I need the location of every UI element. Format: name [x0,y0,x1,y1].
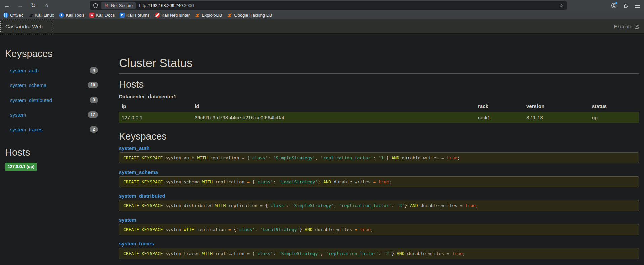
keyspace-section-system: system CREATE KEYSPACE system WITH repli… [119,217,639,235]
url-bar[interactable]: Not Secure http://192.168.209.240:3000 ☆ [90,1,567,10]
keyspace-link[interactable]: system_schema [119,169,158,175]
bookmark-exploit-db[interactable]: Exploit-DB [195,13,222,18]
bookmark-kali-forums[interactable]: ◤ Kali Forums [120,13,149,18]
keyspace-section-system-auth: system_auth CREATE KEYSPACE system_auth … [119,145,639,163]
site-security-chip[interactable]: Not Secure [101,2,136,9]
cell-ip: 127.0.0.1 [119,112,192,123]
reload-icon[interactable]: ↻ [30,2,36,9]
table-count-badge: 3 [90,97,98,103]
cell-rack: rack1 [475,112,524,123]
bookmark-kali-tools[interactable]: Kali Tools [59,13,84,18]
cell-id: 39c6f1e3-d798-44ce-b216-ce0f664fc0af [192,112,475,123]
cql-code-block: CREATE KEYSPACE system WITH replication … [119,224,639,235]
sidebar-keyspaces-title: Keyspaces [5,48,98,60]
sidebar-item-system-distributed: system_distributed 3 [5,92,98,107]
col-ip: ip [119,101,192,112]
sidebar-item-system-traces: system_traces 2 [5,122,98,137]
hosts-heading: Hosts [119,79,639,90]
keyspace-link[interactable]: system_distributed [119,193,165,199]
keyspace-section-system-schema: system_schema CREATE KEYSPACE system_sch… [119,169,639,187]
col-version: version [524,101,589,112]
tracking-shield-icon[interactable] [93,3,98,8]
home-icon[interactable]: ⌂ [43,2,49,9]
datacenter-label: Datacenter: datacenter1 [119,93,639,99]
kali-tools-favicon [59,13,64,18]
security-chip-label: Not Secure [111,3,133,8]
url-text: http://192.168.209.240:3000 [139,3,194,8]
exploit-db-favicon [195,13,200,18]
sidebar: Keyspaces system_auth 4 system_schema 10… [0,34,113,265]
offsec-favicon [3,13,8,18]
account-notification-dot [615,2,617,4]
bookmark-kali-nethunter[interactable]: Kali NetHunter [155,13,190,18]
hosts-table-header: ip id rack version status [119,101,639,112]
bookmarks-bar: OffSec Kali Linux Kali Tools w Kali Docs… [0,11,644,19]
keyspace-link[interactable]: system [10,112,26,118]
hamburger-menu-icon[interactable] [635,4,640,8]
account-icon[interactable] [611,3,617,8]
app-navbar: Cassandra Web Execute [0,19,644,34]
cell-status: up [589,112,639,123]
keyspace-link[interactable]: system [119,217,136,223]
table-count-badge: 17 [88,111,98,118]
keyspace-link[interactable]: system_auth [119,145,150,151]
browser-action-icons [611,0,640,11]
sidebar-keyspaces-list: system_auth 4 system_schema 10 system_di… [5,63,98,137]
cell-version: 3.11.13 [524,112,589,123]
page-title: Cluster Status [119,56,639,69]
keyspaces-heading: Keyspaces [119,131,639,142]
keyspace-section-system-distributed: system_distributed CREATE KEYSPACE syste… [119,193,639,211]
browser-nav-buttons: ← → ↻ ⌂ [4,0,49,11]
insecure-lock-icon [104,3,109,8]
keyspace-link[interactable]: system_distributed [10,97,52,103]
main-content: Cluster Status Hosts Datacenter: datacen… [113,34,644,265]
edit-square-icon [634,24,639,29]
execute-button[interactable]: Execute [614,19,639,34]
kali-nethunter-favicon [155,13,160,18]
cql-code-block: CREATE KEYSPACE system_auth WITH replica… [119,152,639,163]
brand-cassandra-web[interactable]: Cassandra Web [1,20,53,33]
ghdb-favicon [227,13,232,18]
sidebar-item-system: system 17 [5,107,98,122]
kali-forums-favicon: ◤ [120,13,125,18]
cql-code-block: CREATE KEYSPACE system_schema WITH repli… [119,176,639,187]
table-count-badge: 2 [90,126,98,133]
sidebar-hosts-title: Hosts [5,147,98,158]
kali-linux-favicon [29,13,34,18]
bookmark-star-icon[interactable]: ☆ [559,3,564,9]
host-status-badge[interactable]: 127.0.0.1 (up) [5,163,37,171]
bookmark-google-hacking-db[interactable]: Google Hacking DB [227,13,272,18]
kali-docs-favicon: w [89,13,94,18]
title-divider [119,73,639,74]
keyspace-link[interactable]: system_traces [119,241,154,247]
keyspace-link[interactable]: system_traces [10,127,43,132]
cql-code-block: CREATE KEYSPACE system_distributed WITH … [119,200,639,211]
page-layout: Keyspaces system_auth 4 system_schema 10… [0,34,644,265]
bookmark-kali-linux[interactable]: Kali Linux [29,13,54,18]
keyspace-link[interactable]: system_schema [10,82,46,88]
keyspace-link[interactable]: system_auth [10,68,39,73]
bookmark-kali-docs[interactable]: w Kali Docs [89,13,115,18]
table-row[interactable]: 127.0.0.1 39c6f1e3-d798-44ce-b216-ce0f66… [119,112,639,123]
table-count-badge: 4 [90,67,98,74]
table-count-badge: 10 [88,82,98,88]
col-status: status [589,101,639,112]
col-id: id [192,101,475,112]
sidebar-item-system-auth: system_auth 4 [5,63,98,78]
forward-icon[interactable]: → [17,2,23,9]
col-rack: rack [475,101,524,112]
keyspace-section-system-traces: system_traces CREATE KEYSPACE system_tra… [119,241,639,259]
cql-code-block: CREATE KEYSPACE system_traces WITH repli… [119,248,639,259]
hosts-table: ip id rack version status 127.0.0.1 39c6… [119,101,639,123]
extensions-puzzle-icon[interactable] [623,3,629,8]
browser-toolbar: ← → ↻ ⌂ Not Secure http://192.168.209.24… [0,0,644,11]
sidebar-item-system-schema: system_schema 10 [5,78,98,92]
back-icon[interactable]: ← [4,2,10,9]
bookmark-offsec[interactable]: OffSec [3,13,24,18]
